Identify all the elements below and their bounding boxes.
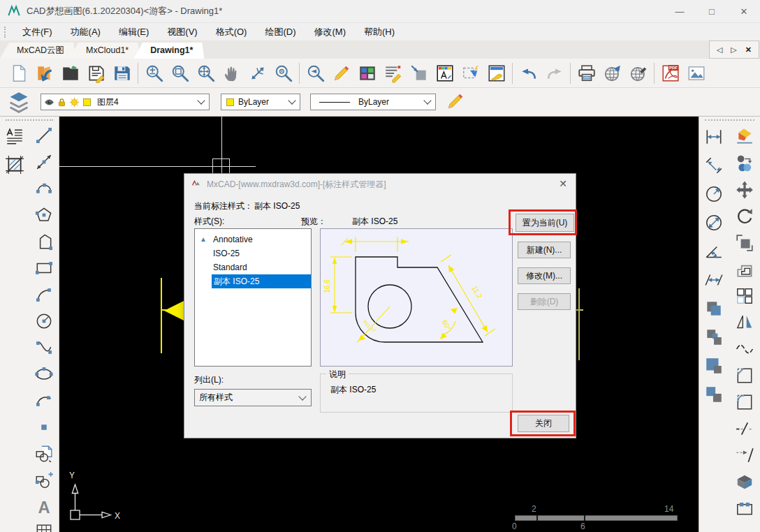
color-select[interactable]: ByLayer bbox=[221, 94, 300, 110]
undo-icon[interactable] bbox=[516, 60, 541, 86]
match-properties-icon[interactable] bbox=[733, 152, 757, 175]
panel-grip[interactable] bbox=[705, 119, 754, 121]
paste-clip-icon[interactable] bbox=[703, 354, 726, 377]
arc-continue-icon[interactable] bbox=[33, 389, 56, 412]
text-edit-icon[interactable] bbox=[380, 60, 406, 86]
block-clip-icon[interactable] bbox=[33, 442, 56, 465]
quick-select-icon[interactable] bbox=[458, 60, 483, 86]
style-list-item-1[interactable]: ISO-25 bbox=[195, 246, 311, 260]
style-list-item-2[interactable]: Standard bbox=[195, 260, 311, 274]
zoom-window-icon[interactable] bbox=[167, 60, 193, 86]
stretch-icon[interactable] bbox=[733, 496, 757, 519]
circle-icon[interactable] bbox=[33, 309, 56, 332]
array-icon[interactable] bbox=[733, 284, 757, 307]
line-icon[interactable] bbox=[33, 124, 56, 147]
zoom-extents-icon[interactable] bbox=[193, 60, 219, 86]
tab-next-icon[interactable]: ▷ bbox=[731, 41, 736, 58]
pdf-export-icon[interactable]: PDF bbox=[657, 60, 683, 86]
panel-grip[interactable] bbox=[6, 119, 53, 121]
draw-pencil-icon[interactable] bbox=[446, 91, 467, 112]
text-style-icon[interactable] bbox=[3, 125, 27, 148]
layers-icon[interactable] bbox=[7, 90, 31, 114]
menu-item-5[interactable]: 绘图(D) bbox=[256, 26, 305, 38]
linetype-select[interactable]: ByLayer bbox=[310, 94, 436, 110]
web-publish-icon[interactable] bbox=[625, 60, 651, 86]
save-as-icon[interactable] bbox=[109, 60, 135, 86]
dim-linear-icon[interactable] bbox=[703, 125, 726, 148]
scale-icon[interactable] bbox=[733, 231, 757, 254]
solid-box-icon[interactable] bbox=[733, 470, 757, 493]
document-tab-2[interactable]: Drawing1* bbox=[133, 43, 204, 59]
menu-item-3[interactable]: 视图(V) bbox=[158, 26, 206, 38]
redo-icon[interactable] bbox=[541, 60, 567, 86]
close-icon[interactable]: ✕ bbox=[728, 0, 760, 22]
break-icon[interactable] bbox=[733, 417, 757, 440]
construction-line-icon[interactable] bbox=[33, 150, 56, 173]
print-icon[interactable] bbox=[573, 60, 599, 86]
copy-clip-icon[interactable] bbox=[703, 297, 726, 320]
edit-polyline-icon[interactable] bbox=[733, 337, 757, 360]
document-tab-0[interactable]: MxCAD云图 bbox=[0, 43, 75, 59]
text-icon[interactable]: A bbox=[33, 495, 56, 518]
maximize-icon[interactable]: □ bbox=[696, 0, 728, 22]
erase-icon[interactable] bbox=[733, 125, 757, 148]
menu-item-0[interactable]: 文件(F) bbox=[13, 26, 61, 38]
list-filter-select[interactable]: 所有样式 bbox=[194, 389, 312, 406]
rotate-icon[interactable] bbox=[733, 205, 757, 228]
dim-aligned-icon[interactable] bbox=[703, 154, 726, 177]
clip-block-icon[interactable] bbox=[406, 60, 432, 86]
menu-item-4[interactable]: 格式(O) bbox=[207, 26, 256, 38]
window-titlebar[interactable]: CAD梦想画图(6.1.20220304)<游客> - Drawing1* — … bbox=[0, 0, 760, 22]
hatch-icon[interactable] bbox=[3, 153, 27, 176]
open-cloud-icon[interactable] bbox=[31, 60, 57, 86]
copy-base-icon[interactable] bbox=[703, 325, 726, 348]
point-icon[interactable] bbox=[33, 415, 56, 438]
paste-block-icon[interactable] bbox=[703, 383, 726, 406]
new-file-icon[interactable] bbox=[6, 60, 31, 86]
menu-item-7[interactable]: 帮助(H) bbox=[355, 26, 404, 38]
color-palette-icon[interactable] bbox=[354, 60, 380, 86]
ellipse-icon[interactable] bbox=[33, 362, 56, 385]
dim-diameter-icon[interactable] bbox=[703, 211, 726, 234]
dim-radius-icon[interactable] bbox=[703, 182, 726, 205]
menu-item-2[interactable]: 编辑(E) bbox=[110, 26, 158, 38]
block-insert-icon[interactable] bbox=[33, 468, 56, 492]
open-folder-icon[interactable] bbox=[57, 60, 83, 86]
tab-prev-icon[interactable]: ◁ bbox=[717, 41, 722, 58]
document-tab-1[interactable]: MxCloud1* bbox=[69, 43, 140, 59]
draw-pencil-icon[interactable] bbox=[328, 60, 354, 86]
dialog-titlebar[interactable]: MxCAD-[www.mxdraw3d.com]-[标注样式管理器] ✕ bbox=[184, 174, 576, 195]
table-icon[interactable] bbox=[33, 522, 56, 532]
rectangle-icon[interactable] bbox=[33, 256, 56, 279]
layer-select[interactable]: 图层4 bbox=[41, 94, 210, 110]
zoom-previous-icon[interactable] bbox=[302, 60, 328, 86]
polygon-icon[interactable] bbox=[33, 203, 56, 226]
offset-icon[interactable] bbox=[733, 258, 757, 281]
save-icon[interactable] bbox=[83, 60, 109, 86]
spline-icon[interactable] bbox=[33, 336, 56, 359]
dim-angular-icon[interactable] bbox=[703, 239, 726, 263]
axis-arrows-icon[interactable] bbox=[244, 60, 270, 86]
mirror-icon[interactable] bbox=[733, 311, 757, 334]
polyline-icon[interactable] bbox=[33, 230, 56, 253]
extend-icon[interactable] bbox=[733, 443, 757, 466]
arc-start-end-icon[interactable] bbox=[33, 283, 56, 306]
fillet-icon[interactable] bbox=[733, 390, 757, 413]
pan-icon[interactable] bbox=[219, 60, 244, 86]
menu-item-1[interactable]: 功能(A) bbox=[61, 26, 110, 38]
move-icon[interactable] bbox=[733, 178, 757, 201]
image-export-icon[interactable] bbox=[683, 60, 709, 86]
tab-close-icon[interactable]: ✕ bbox=[745, 41, 752, 58]
dim-baseline-icon[interactable] bbox=[703, 268, 726, 291]
web-upload-icon[interactable] bbox=[599, 60, 625, 86]
menubar-grip[interactable] bbox=[4, 27, 8, 38]
new-button[interactable]: 新建(N)... bbox=[518, 242, 571, 258]
style-list-item-3[interactable]: 副本 ISO-25 bbox=[212, 274, 311, 288]
minimize-icon[interactable]: — bbox=[664, 0, 696, 22]
zoom-center-icon[interactable] bbox=[270, 60, 296, 86]
arc-3point-icon[interactable] bbox=[33, 177, 56, 200]
menu-item-6[interactable]: 修改(M) bbox=[305, 26, 355, 38]
dim-style-icon[interactable] bbox=[432, 60, 458, 86]
chamfer-icon[interactable] bbox=[733, 364, 757, 387]
format-brush-icon[interactable] bbox=[483, 60, 509, 86]
